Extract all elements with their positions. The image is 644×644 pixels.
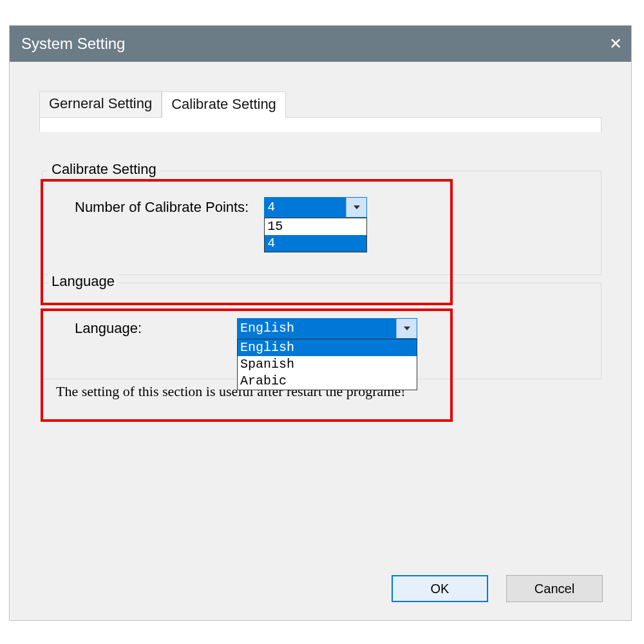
language-option-spanish[interactable]: Spanish — [238, 356, 417, 373]
chevron-down-icon[interactable] — [346, 198, 366, 217]
language-group: Language Language: English English Spani… — [42, 283, 601, 379]
calibrate-group-legend: Calibrate Setting — [48, 161, 160, 178]
tab-content-top-strip — [39, 118, 601, 132]
dialog-body: Gerneral Setting Calibrate Setting Calib… — [10, 62, 631, 620]
language-combo[interactable]: English English Spanish Arabic — [237, 318, 417, 339]
language-option-english[interactable]: English — [238, 339, 417, 356]
calibrate-points-combo[interactable]: 4 15 4 — [264, 197, 367, 218]
language-option-arabic[interactable]: Arabic — [238, 373, 417, 390]
title-bar: System Setting ✕ — [10, 26, 631, 62]
chevron-down-icon[interactable] — [396, 319, 417, 338]
system-setting-dialog: System Setting ✕ Gerneral Setting Calibr… — [9, 25, 632, 621]
ok-button[interactable]: OK — [392, 575, 488, 602]
calibrate-points-label: Number of Calibrate Points: — [75, 199, 249, 216]
calibrate-points-value: 4 — [265, 198, 346, 217]
tab-calibrate-setting[interactable]: Calibrate Setting — [162, 91, 286, 118]
dialog-footer: OK Cancel — [392, 575, 603, 602]
tab-strip: Gerneral Setting Calibrate Setting — [39, 91, 601, 118]
language-dropdown: English Spanish Arabic — [237, 339, 417, 390]
language-value: English — [238, 319, 396, 338]
language-label: Language: — [75, 320, 222, 337]
tab-general-setting[interactable]: Gerneral Setting — [39, 91, 162, 117]
calibrate-setting-group: Calibrate Setting Number of Calibrate Po… — [42, 171, 601, 275]
calibrate-option-4[interactable]: 4 — [265, 235, 366, 252]
close-icon[interactable]: ✕ — [609, 35, 622, 53]
calibrate-option-15[interactable]: 15 — [265, 218, 366, 235]
language-group-legend: Language — [48, 273, 118, 290]
title-text: System Setting — [21, 35, 125, 53]
calibrate-points-dropdown: 15 4 — [264, 218, 367, 252]
cancel-button[interactable]: Cancel — [506, 575, 603, 602]
